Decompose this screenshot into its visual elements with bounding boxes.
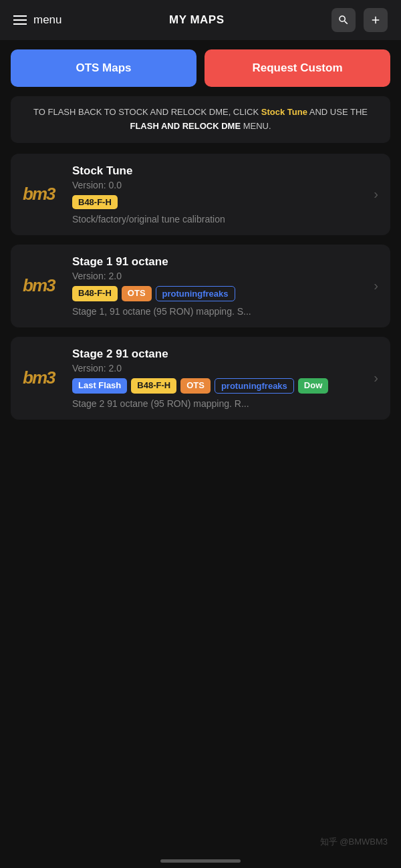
tag-ots: OTS [180,378,211,394]
bm3-logo: bm3 [23,275,63,296]
chevron-right-icon: › [374,370,378,386]
map-description: Stock/factory/original tune calibration [72,214,364,225]
menu-label: menu [33,13,62,27]
maps-list: bm3 Stock Tune Version: 0.0 B48-F-H Stoc… [11,154,390,428]
map-card-stage2[interactable]: bm3 Stage 2 91 octane Version: 2.0 Last … [11,337,390,420]
tag-ots: OTS [122,286,152,301]
tag-b48fh: B48-F-H [72,286,118,301]
map-tags: B48-F-H [72,195,364,209]
add-button[interactable] [364,8,388,32]
menu-button[interactable]: menu [13,13,62,27]
chevron-right-icon: › [374,278,378,293]
hamburger-icon [13,15,27,25]
map-card-stage1[interactable]: bm3 Stage 1 91 octane Version: 2.0 B48-F… [11,245,390,327]
home-indicator [160,859,241,863]
tag-last-flash: Last Flash [72,378,127,394]
notice-link[interactable]: Stock Tune [261,107,307,117]
tag-dow: Dow [298,378,328,394]
tag-protuningfreaks: protuningfreaks [215,378,294,394]
map-version: Version: 2.0 [72,271,364,281]
header: menu MY MAPS [0,0,401,40]
map-info-stage2: Stage 2 91 octane Version: 2.0 Last Flas… [72,347,364,409]
map-card-stock-tune[interactable]: bm3 Stock Tune Version: 0.0 B48-F-H Stoc… [11,154,390,235]
map-version: Version: 2.0 [72,363,364,374]
notice-text-1: TO FLASH BACK TO STOCK AND RELOCK DME, C… [33,107,261,117]
map-info-stock-tune: Stock Tune Version: 0.0 B48-F-H Stock/fa… [72,164,364,225]
search-button[interactable] [331,8,356,32]
map-tags: B48-F-H OTS protuningfreaks [72,286,364,301]
tag-b48fh: B48-F-H [72,195,118,209]
search-icon [338,14,350,26]
notice-banner: TO FLASH BACK TO STOCK AND RELOCK DME, C… [11,96,390,143]
bm3-logo: bm3 [23,184,63,204]
header-actions [331,8,388,32]
map-title: Stage 1 91 octane [72,255,364,269]
plus-icon [370,14,382,26]
map-title: Stage 2 91 octane [72,347,364,361]
watermark: 知乎 @BMWBM3 [320,836,388,848]
notice-text-3: MENU. [241,121,271,131]
map-description: Stage 1, 91 octane (95 RON) mapping. S..… [72,306,364,317]
tag-protuningfreaks: protuningfreaks [156,286,235,301]
ots-maps-tab[interactable]: OTS Maps [11,49,196,87]
notice-text-2: AND USE THE [307,107,368,117]
bm3-logo: bm3 [23,368,63,388]
request-custom-tab[interactable]: Request Custom [205,49,390,87]
map-description: Stage 2 91 octane (95 RON) mapping. R... [72,398,364,409]
map-title: Stock Tune [72,164,364,178]
page-title: MY MAPS [169,13,225,27]
chevron-right-icon: › [374,186,378,202]
notice-bold: FLASH AND RELOCK DME [130,121,241,131]
tab-row: OTS Maps Request Custom [0,40,401,96]
map-tags: Last Flash B48-F-H OTS protuningfreaks D… [72,378,364,394]
tag-b48fh: B48-F-H [131,378,176,394]
map-version: Version: 0.0 [72,180,364,190]
map-info-stage1: Stage 1 91 octane Version: 2.0 B48-F-H O… [72,255,364,317]
